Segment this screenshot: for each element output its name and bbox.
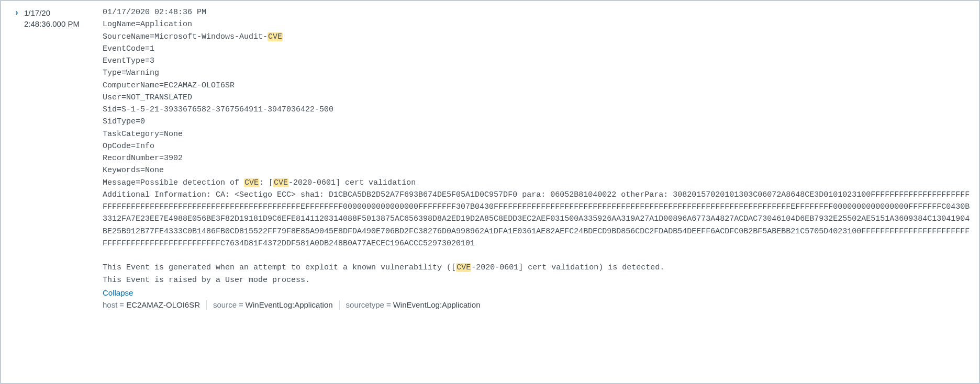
meta-key: source bbox=[213, 300, 237, 309]
event-row: › 1/17/20 2:48:36.000 PM 01/17/2020 02:4… bbox=[9, 6, 971, 310]
chevron-right-icon[interactable]: › bbox=[15, 8, 18, 17]
meta-key: host bbox=[103, 300, 117, 309]
highlight-term: CVE bbox=[268, 32, 283, 41]
equals-sign: = bbox=[119, 300, 124, 309]
meta-sourcetype[interactable]: sourcetype=WinEventLog:Application bbox=[346, 300, 481, 309]
event-content-column: 01/17/2020 02:48:36 PM LogName=Applicati… bbox=[103, 6, 971, 310]
meta-host[interactable]: host=EC2AMAZ-OLOI6SR bbox=[103, 300, 200, 309]
meta-key: sourcetype bbox=[346, 300, 384, 309]
collapse-link[interactable]: Collapse bbox=[103, 288, 133, 297]
event-date: 1/17/20 bbox=[24, 7, 103, 18]
meta-separator bbox=[206, 300, 207, 310]
event-viewer-panel: › 1/17/20 2:48:36.000 PM 01/17/2020 02:4… bbox=[0, 0, 980, 384]
expand-column: › bbox=[9, 6, 24, 17]
meta-value: EC2AMAZ-OLOI6SR bbox=[126, 300, 200, 309]
meta-value: WinEventLog:Application bbox=[393, 300, 481, 309]
event-meta-row: host=EC2AMAZ-OLOI6SRsource=WinEventLog:A… bbox=[103, 300, 971, 310]
event-time-column: 1/17/20 2:48:36.000 PM bbox=[24, 6, 103, 29]
meta-value: WinEventLog:Application bbox=[246, 300, 333, 309]
meta-separator bbox=[339, 300, 340, 310]
equals-sign: = bbox=[386, 300, 391, 309]
event-time: 2:48:36.000 PM bbox=[24, 18, 103, 29]
event-raw-text: 01/17/2020 02:48:36 PM LogName=Applicati… bbox=[103, 6, 971, 286]
highlight-term: CVE bbox=[273, 178, 288, 187]
highlight-term: CVE bbox=[244, 178, 259, 187]
equals-sign: = bbox=[239, 300, 243, 309]
highlight-term: CVE bbox=[456, 263, 471, 272]
meta-source[interactable]: source=WinEventLog:Application bbox=[213, 300, 333, 309]
